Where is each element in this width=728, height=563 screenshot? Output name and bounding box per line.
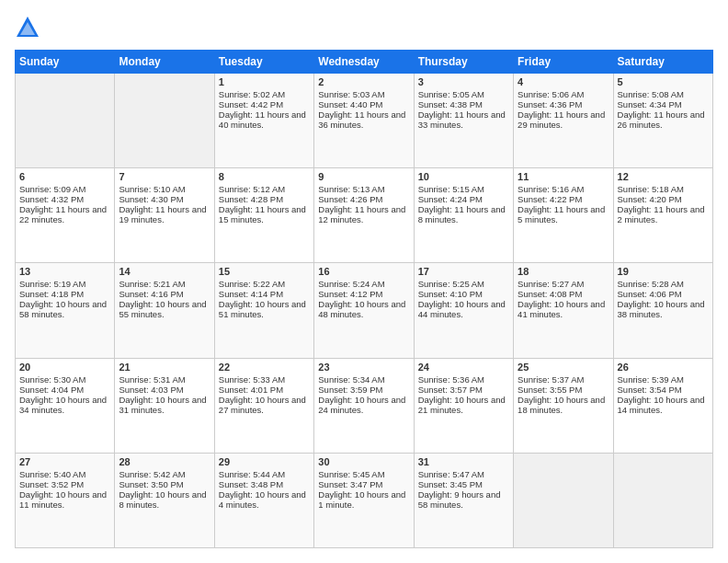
cell-info: Sunset: 4:38 PM [418,99,509,109]
cell-info: Sunset: 3:48 PM [219,479,310,489]
calendar-week-row: 6Sunrise: 5:09 AMSunset: 4:32 PMDaylight… [16,168,713,263]
cell-info: Sunset: 4:42 PM [219,99,310,109]
cell-info: Sunset: 4:08 PM [518,289,609,299]
calendar-week-row: 13Sunrise: 5:19 AMSunset: 4:18 PMDayligh… [16,263,713,358]
cell-info: Sunrise: 5:47 AM [418,469,509,479]
day-number: 12 [618,171,709,182]
cell-info: Daylight: 11 hours and 26 minutes. [618,109,709,130]
cell-info: Daylight: 10 hours and 18 minutes. [518,395,609,415]
weekday-header: Thursday [414,51,513,74]
page: SundayMondayTuesdayWednesdayThursdayFrid… [0,0,728,563]
day-number: 22 [219,362,310,373]
cell-info: Sunset: 4:24 PM [418,194,509,204]
calendar-cell: 10Sunrise: 5:15 AMSunset: 4:24 PMDayligh… [414,168,513,263]
calendar-cell: 15Sunrise: 5:22 AMSunset: 4:14 PMDayligh… [214,263,313,358]
calendar-cell: 25Sunrise: 5:37 AMSunset: 3:55 PMDayligh… [514,358,613,453]
cell-info: Sunrise: 5:24 AM [318,279,409,289]
day-number: 3 [418,76,509,87]
cell-info: Sunrise: 5:06 AM [518,89,609,99]
calendar-week-row: 27Sunrise: 5:40 AMSunset: 3:52 PMDayligh… [16,453,713,547]
calendar-cell: 24Sunrise: 5:36 AMSunset: 3:57 PMDayligh… [414,358,513,453]
day-number: 5 [618,76,709,87]
day-number: 29 [219,456,310,467]
calendar-cell: 14Sunrise: 5:21 AMSunset: 4:16 PMDayligh… [115,263,214,358]
calendar-cell: 23Sunrise: 5:34 AMSunset: 3:59 PMDayligh… [314,358,414,453]
cell-info: Sunrise: 5:42 AM [119,469,210,479]
cell-info: Daylight: 10 hours and 14 minutes. [618,395,709,415]
cell-info: Sunset: 3:50 PM [119,479,210,489]
calendar-cell: 9Sunrise: 5:13 AMSunset: 4:26 PMDaylight… [314,168,414,263]
logo-icon [15,15,40,40]
cell-info: Daylight: 10 hours and 41 minutes. [518,299,609,319]
calendar-cell [613,453,712,547]
day-number: 27 [19,456,110,467]
cell-info: Sunset: 4:03 PM [119,385,210,395]
cell-info: Sunrise: 5:33 AM [219,374,310,385]
cell-info: Sunset: 4:34 PM [618,99,709,109]
cell-info: Sunset: 4:32 PM [19,194,110,204]
cell-info: Daylight: 11 hours and 2 minutes. [618,204,709,224]
cell-info: Sunset: 4:30 PM [119,194,210,204]
calendar-cell: 7Sunrise: 5:10 AMSunset: 4:30 PMDaylight… [115,168,214,263]
cell-info: Daylight: 9 hours and 58 minutes. [418,489,509,510]
calendar-cell: 27Sunrise: 5:40 AMSunset: 3:52 PMDayligh… [16,453,115,547]
cell-info: Sunrise: 5:31 AM [119,374,210,385]
cell-info: Sunrise: 5:18 AM [618,184,709,194]
calendar-cell [16,74,115,168]
cell-info: Sunrise: 5:21 AM [119,279,210,289]
day-number: 18 [518,266,609,277]
cell-info: Sunset: 3:59 PM [318,385,409,395]
cell-info: Sunrise: 5:39 AM [618,374,709,385]
day-number: 23 [318,362,409,373]
calendar-table: SundayMondayTuesdayWednesdayThursdayFrid… [15,50,713,548]
calendar-cell: 21Sunrise: 5:31 AMSunset: 4:03 PMDayligh… [115,358,214,453]
day-number: 15 [219,266,310,277]
calendar-cell: 18Sunrise: 5:27 AMSunset: 4:08 PMDayligh… [514,263,613,358]
calendar-cell: 6Sunrise: 5:09 AMSunset: 4:32 PMDaylight… [16,168,115,263]
cell-info: Sunrise: 5:12 AM [219,184,310,194]
cell-info: Sunset: 4:26 PM [318,194,409,204]
cell-info: Daylight: 10 hours and 1 minute. [318,489,409,510]
calendar-cell: 31Sunrise: 5:47 AMSunset: 3:45 PMDayligh… [414,453,513,547]
day-number: 30 [318,456,409,467]
cell-info: Daylight: 11 hours and 12 minutes. [318,204,409,224]
calendar-week-row: 20Sunrise: 5:30 AMSunset: 4:04 PMDayligh… [16,358,713,453]
cell-info: Daylight: 11 hours and 40 minutes. [219,109,310,130]
calendar-cell: 16Sunrise: 5:24 AMSunset: 4:12 PMDayligh… [314,263,414,358]
cell-info: Daylight: 10 hours and 27 minutes. [219,395,310,415]
cell-info: Sunset: 3:45 PM [418,479,509,489]
day-number: 7 [119,171,210,182]
cell-info: Sunset: 4:01 PM [219,385,310,395]
cell-info: Sunset: 4:28 PM [219,194,310,204]
cell-info: Daylight: 10 hours and 58 minutes. [19,299,110,319]
cell-info: Daylight: 10 hours and 24 minutes. [318,395,409,415]
calendar-cell [514,453,613,547]
cell-info: Sunset: 4:16 PM [119,289,210,299]
cell-info: Sunrise: 5:36 AM [418,374,509,385]
day-number: 6 [19,171,110,182]
day-number: 24 [418,362,509,373]
cell-info: Sunrise: 5:13 AM [318,184,409,194]
cell-info: Daylight: 10 hours and 21 minutes. [418,395,509,415]
cell-info: Daylight: 10 hours and 38 minutes. [618,299,709,319]
cell-info: Sunset: 4:10 PM [418,289,509,299]
cell-info: Sunrise: 5:28 AM [618,279,709,289]
cell-info: Daylight: 10 hours and 34 minutes. [19,395,110,415]
cell-info: Sunrise: 5:22 AM [219,279,310,289]
weekday-header: Saturday [613,51,712,74]
cell-info: Sunrise: 5:05 AM [418,89,509,99]
calendar-cell: 8Sunrise: 5:12 AMSunset: 4:28 PMDaylight… [214,168,313,263]
calendar-cell: 12Sunrise: 5:18 AMSunset: 4:20 PMDayligh… [613,168,712,263]
cell-info: Sunset: 4:40 PM [318,99,409,109]
cell-info: Daylight: 10 hours and 11 minutes. [19,489,110,510]
cell-info: Sunrise: 5:40 AM [19,469,110,479]
calendar-cell: 19Sunrise: 5:28 AMSunset: 4:06 PMDayligh… [613,263,712,358]
cell-info: Daylight: 10 hours and 44 minutes. [418,299,509,319]
weekday-header: Monday [115,51,214,74]
cell-info: Sunrise: 5:03 AM [318,89,409,99]
cell-info: Sunrise: 5:34 AM [318,374,409,385]
calendar-cell: 2Sunrise: 5:03 AMSunset: 4:40 PMDaylight… [314,74,414,168]
day-number: 9 [318,171,409,182]
cell-info: Sunset: 4:12 PM [318,289,409,299]
cell-info: Daylight: 10 hours and 8 minutes. [119,489,210,510]
